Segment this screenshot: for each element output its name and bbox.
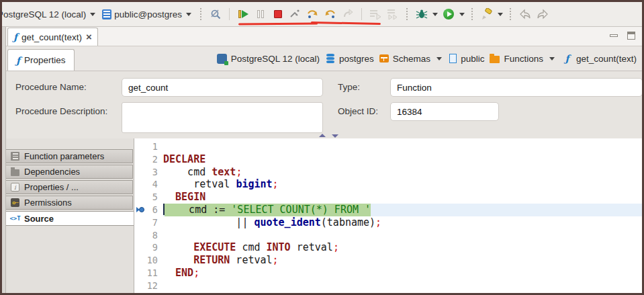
- annotation-ruler[interactable]: [134, 140, 146, 153]
- sidebar-item-properties[interactable]: iProperties / ...: [6, 180, 133, 194]
- step-return-icon[interactable]: [323, 6, 338, 22]
- pause-icon[interactable]: [253, 6, 268, 22]
- sidebar-item-label: Permissions: [24, 198, 72, 208]
- code-text: [163, 280, 642, 292]
- procedure-name-input[interactable]: [122, 78, 323, 97]
- annotation-ruler[interactable]: [134, 229, 146, 242]
- breadcrumb-label: Functions: [504, 54, 543, 64]
- sidebar-item-label: Dependencies: [24, 167, 80, 177]
- breadcrumb-label: Schemas: [393, 54, 430, 64]
- annotation-ruler[interactable]: [134, 216, 146, 229]
- source-code-icon: <>T: [11, 214, 19, 223]
- annotation-ruler[interactable]: [134, 153, 146, 166]
- code-line[interactable]: 8: [134, 229, 642, 242]
- run-to-line-icon[interactable]: [340, 6, 355, 22]
- resume-icon[interactable]: [236, 6, 250, 22]
- toolbar-separator: [229, 8, 230, 20]
- maximize-icon[interactable]: [627, 32, 635, 40]
- object-id-input[interactable]: [390, 102, 499, 121]
- parameters-list-icon: [11, 152, 19, 161]
- step-into-icon[interactable]: [288, 6, 303, 22]
- annotation-ruler[interactable]: [134, 166, 146, 179]
- schema-page-icon: [449, 54, 457, 63]
- breadcrumb-item[interactable]: postgres: [325, 54, 374, 64]
- code-line[interactable]: 11 END;: [134, 267, 642, 280]
- chevron-down-icon[interactable]: [436, 57, 442, 60]
- source-code-editor[interactable]: 12DECLARE3 cmd text;4 retval bigint;5 BE…: [134, 138, 642, 293]
- line-number: 5: [146, 191, 163, 204]
- annotation-ruler[interactable]: [134, 241, 146, 254]
- connection-dropdown-icon[interactable]: [90, 13, 95, 16]
- sidebar-item-source[interactable]: <>TSource: [6, 211, 134, 226]
- code-line[interactable]: 3 cmd text;: [134, 166, 642, 179]
- breadcrumb-item[interactable]: Schemas: [379, 54, 444, 64]
- postgres-server-icon: [217, 54, 227, 64]
- database-cylinder-icon: [325, 54, 335, 64]
- execute-statement-icon[interactable]: [368, 6, 383, 22]
- annotation-ruler[interactable]: [134, 267, 146, 280]
- sash-down-icon[interactable]: [332, 134, 338, 138]
- code-text: BEGIN: [163, 191, 642, 204]
- breadcrumb-item[interactable]: PostgreSQL 12 (local): [217, 54, 320, 64]
- properties-tab-label: Properties: [24, 55, 66, 65]
- line-number: 10: [146, 254, 163, 267]
- brush-dropdown-icon[interactable]: [498, 13, 503, 16]
- line-number: 2: [146, 153, 163, 166]
- sidebar-item-permissions[interactable]: Permissions: [6, 196, 133, 210]
- chevron-down-icon[interactable]: [549, 57, 555, 60]
- back-icon[interactable]: [518, 6, 533, 22]
- database-dropdown-icon[interactable]: [186, 13, 191, 16]
- brush-icon[interactable]: [479, 6, 494, 22]
- line-number: 1: [146, 140, 163, 153]
- code-line[interactable]: 9 EXECUTE cmd INTO retval;: [134, 241, 642, 254]
- info-square-icon: i: [11, 183, 19, 192]
- annotation-ruler[interactable]: [134, 178, 146, 191]
- crossed-magnifier-icon[interactable]: [208, 6, 223, 22]
- code-line[interactable]: 5 BEGIN: [134, 191, 642, 204]
- code-line[interactable]: 2DECLARE: [134, 153, 642, 166]
- stop-icon[interactable]: [271, 6, 285, 22]
- close-icon[interactable]: ×: [86, 34, 92, 40]
- procedure-description-input[interactable]: [122, 102, 323, 133]
- run-dropdown-icon[interactable]: [459, 13, 465, 16]
- app-window: PostgreSQL 12 (local) public@postgres: [0, 0, 644, 295]
- code-line[interactable]: 7 || quote_ident(tabname);: [134, 216, 642, 229]
- breadcrumb-item[interactable]: Functions: [490, 54, 557, 64]
- tab-get-count[interactable]: ƒ get_count(text) ×: [7, 28, 98, 46]
- execute-script-icon[interactable]: [385, 6, 400, 22]
- annotation-ruler[interactable]: [134, 254, 146, 267]
- breadcrumb-item[interactable]: ƒget_count(text): [562, 54, 637, 64]
- sidebar-item-dependencies[interactable]: Dependencies: [6, 165, 133, 179]
- minimize-icon[interactable]: [610, 34, 618, 37]
- code-line[interactable]: 4 retval bigint;: [134, 178, 642, 191]
- annotation-ruler[interactable]: [134, 280, 146, 292]
- sash-collapse-control[interactable]: [319, 134, 338, 138]
- database-navigator-icon[interactable]: [102, 9, 111, 19]
- connection-selector[interactable]: PostgreSQL 12 (local): [2, 9, 86, 19]
- editor-section-sidebar: Function parametersDependenciesiProperti…: [6, 138, 134, 293]
- editor-tabbar: ƒ get_count(text) ×: [6, 27, 642, 46]
- line-number: 12: [146, 280, 163, 292]
- toolbar-separator: [406, 8, 408, 20]
- code-line[interactable]: 12: [134, 280, 642, 292]
- step-over-icon[interactable]: [306, 6, 320, 22]
- code-text: [163, 229, 642, 242]
- sash-up-icon[interactable]: [319, 134, 326, 137]
- database-selector[interactable]: public@postgres: [114, 9, 182, 19]
- properties-tabbar: ƒ Properties PostgreSQL 12 (local)postgr…: [6, 46, 642, 71]
- breadcrumb-item[interactable]: public: [449, 54, 484, 64]
- run-icon[interactable]: [441, 6, 456, 22]
- tab-properties[interactable]: ƒ Properties: [7, 49, 75, 71]
- debug-bug-icon[interactable]: [414, 6, 429, 22]
- sidebar-item-function-parameters[interactable]: Function parameters: [6, 149, 133, 163]
- code-text: cmd := 'SELECT COUNT(*) FROM ': [163, 204, 642, 216]
- code-line[interactable]: 10 RETURN retval;: [134, 254, 642, 267]
- type-input[interactable]: [390, 78, 643, 97]
- code-line[interactable]: 6 cmd := 'SELECT COUNT(*) FROM ': [134, 204, 642, 216]
- annotation-ruler[interactable]: [134, 204, 146, 216]
- function-icon: ƒ: [562, 54, 572, 64]
- forward-icon[interactable]: [535, 6, 550, 22]
- annotation-ruler[interactable]: [134, 191, 146, 204]
- code-line[interactable]: 1: [134, 140, 642, 153]
- debug-dropdown-icon[interactable]: [432, 13, 438, 16]
